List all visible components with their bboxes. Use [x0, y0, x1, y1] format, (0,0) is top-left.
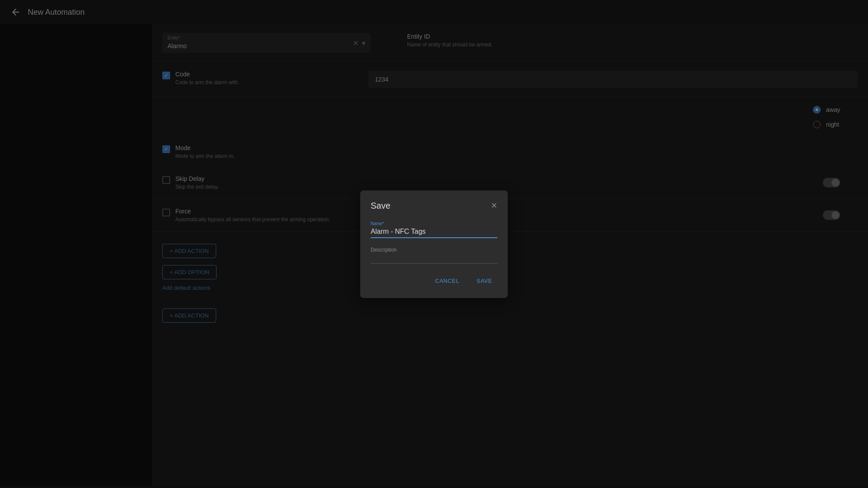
dialog-name-wrapper: Name*	[371, 221, 497, 238]
save-button[interactable]: SAVE	[471, 274, 497, 288]
dialog-desc-input[interactable]	[371, 255, 497, 262]
dialog-desc-wrapper: Description	[371, 247, 497, 264]
save-dialog: Save ✕ Name* Description CANCEL SAVE	[360, 190, 508, 298]
dialog-name-label: Name*	[371, 221, 497, 226]
dialog-overlay: Save ✕ Name* Description CANCEL SAVE	[0, 0, 868, 488]
dialog-actions: CANCEL SAVE	[371, 274, 497, 288]
cancel-button[interactable]: CANCEL	[430, 274, 465, 288]
dialog-header: Save ✕	[371, 201, 497, 211]
dialog-name-input[interactable]	[371, 228, 497, 236]
dialog-close-button[interactable]: ✕	[491, 201, 497, 210]
dialog-title: Save	[371, 201, 391, 211]
dialog-desc-label: Description	[371, 247, 497, 253]
dialog-desc-field: Description	[371, 247, 497, 264]
dialog-name-field: Name*	[371, 221, 497, 238]
